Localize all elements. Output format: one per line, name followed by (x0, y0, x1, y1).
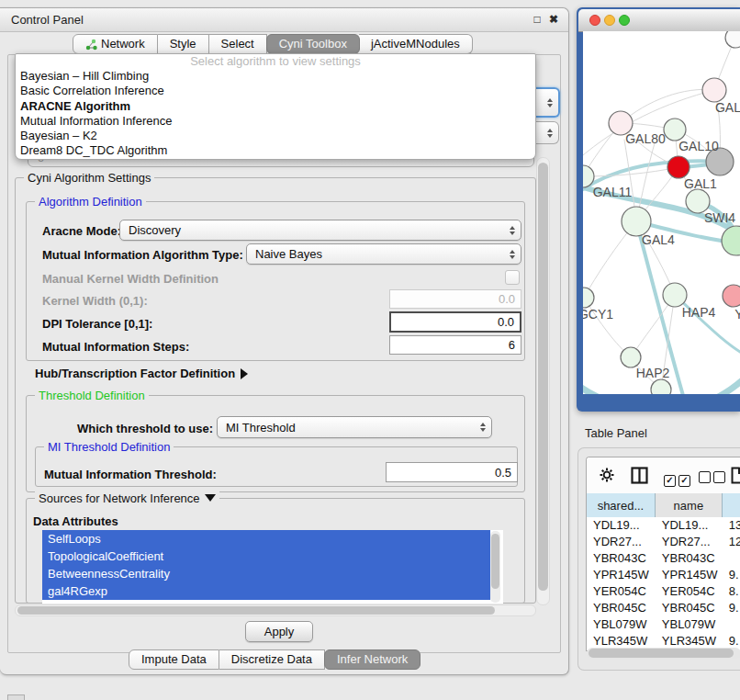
show-columns-icon[interactable]: ✓✓ (664, 470, 693, 487)
bottom-left-widget-stub[interactable] (7, 694, 25, 700)
collapse-down-icon[interactable] (205, 494, 216, 502)
node-label-gal80: GAL80 (625, 131, 666, 146)
table-cell: YBR045C (587, 600, 656, 616)
mi-threshold-label: Mutual Information Threshold: (44, 468, 217, 481)
table-panel-title: Table Panel (585, 426, 647, 440)
mac-minimize-icon[interactable] (604, 15, 615, 26)
table-header-row: shared...name (587, 493, 740, 518)
column-header-name[interactable]: name (656, 493, 723, 517)
node-label-swi4: SWI4 (704, 210, 735, 225)
network-node-gal[interactable] (702, 78, 726, 102)
network-node[interactable] (725, 31, 740, 48)
tab-jactivemnodules-label: jActiveMNodules (371, 34, 460, 54)
mi-steps-field[interactable]: 6 (389, 335, 521, 355)
algorithm-popup-item-aracne-algorithm[interactable]: ARACNE Algorithm (16, 99, 535, 114)
unchecked-box-icon (713, 471, 725, 483)
node-label-gal10: GAL10 (678, 139, 719, 153)
inference-algorithm-combo-fragment[interactable] (534, 87, 560, 118)
mac-close-icon[interactable] (589, 15, 600, 26)
attribute-item-gal4rgexp[interactable]: gal4RGexp (42, 582, 490, 600)
table-row[interactable]: YDR27...YDR27...12 (587, 534, 740, 550)
column-header-shared[interactable]: shared... (587, 493, 656, 517)
node-label-hap4: HAP4 (682, 305, 716, 320)
tab-select[interactable]: Select (209, 34, 267, 54)
node-label-gal: GAL (715, 100, 740, 115)
column-header-2[interactable] (723, 493, 740, 517)
dpi-tolerance-field[interactable]: 0.0 (389, 311, 521, 333)
table-row[interactable]: YBR043CYBR043C (587, 550, 740, 567)
table-row[interactable]: YPR145WYPR145W9. (587, 567, 740, 583)
table-row[interactable]: YER054CYER054C8. (587, 583, 740, 600)
float-window-icon[interactable]: □ (530, 12, 544, 27)
network-canvas[interactable]: GALGAL80GAL10GAL1GAL11SWI4GAL4GCY1HAP4YH… (583, 31, 740, 394)
network-view-window[interactable]: GALGAL80GAL10GAL1GAL11SWI4GAL4GCY1HAP4YH… (577, 7, 740, 412)
tab-network-label: Network (101, 34, 145, 54)
table-row[interactable]: YDL19...YDL19...13 (587, 517, 740, 534)
data-attributes-list[interactable]: SelfLoopsTopologicalCoefficientBetweenne… (42, 530, 503, 604)
attributes-list-scrollbar[interactable] (490, 531, 500, 603)
aracne-mode-label: Aracne Mode: (42, 224, 121, 238)
network-window-titlebar[interactable] (578, 9, 740, 32)
which-threshold-combo[interactable]: MI Threshold (217, 416, 492, 438)
gear-icon[interactable] (599, 467, 615, 483)
manual-kernel-width-checkbox[interactable] (505, 270, 520, 285)
apply-button[interactable]: Apply (245, 621, 313, 642)
algorithm-popup-item-mutual-information-inference[interactable]: Mutual Information Inference (16, 114, 535, 129)
network-node-hap2[interactable] (621, 347, 641, 367)
tab-select-label: Select (221, 34, 254, 54)
mi-threshold-field[interactable]: 0.5 (386, 462, 518, 482)
tab-style[interactable]: Style (158, 34, 209, 54)
algorithm-popup-item-basic-correlation-inference[interactable]: Basic Correlation Inference (16, 84, 535, 98)
tab-network[interactable]: Network (73, 34, 158, 54)
mi-algorithm-type-combo[interactable]: Naive Bayes (246, 243, 521, 265)
network-node[interactable] (722, 226, 740, 255)
attribute-item-topologicalcoefficient[interactable]: TopologicalCoefficient (42, 548, 490, 565)
bottom-tab-infer-network[interactable]: Infer Network (324, 649, 420, 670)
aracne-mode-combo[interactable]: Discovery (119, 220, 521, 241)
attribute-item-selfloops[interactable]: SelfLoops (42, 530, 490, 548)
network-node-gal1[interactable] (667, 156, 690, 178)
table-horizontal-scrollbar[interactable] (587, 648, 740, 659)
mi-algorithm-type-label: Mutual Information Algorithm Type: (42, 248, 243, 262)
table-cell: 9. (723, 567, 740, 583)
hide-columns-icon[interactable] (699, 470, 728, 487)
mac-zoom-icon[interactable] (619, 15, 630, 26)
split-columns-icon[interactable] (631, 467, 648, 484)
expand-right-icon[interactable] (241, 368, 248, 379)
settings-horizontal-scrollbar[interactable] (15, 604, 536, 616)
algorithm-popup-item-bayesian-hill-climbing[interactable]: Bayesian – Hill Climbing (16, 69, 535, 84)
sources-group-title[interactable]: Sources for Network Inference (35, 491, 219, 505)
network-node-hap4[interactable] (663, 283, 687, 307)
table-row[interactable]: YBR045CYBR045C9. (587, 600, 740, 616)
bottom-tab-impute-data[interactable]: Impute Data (129, 649, 219, 670)
table-row[interactable]: YBL079WYBL079W (587, 616, 740, 633)
table-cell: YDL19... (656, 517, 723, 534)
tab-jactivemnodules[interactable]: jActiveMNodules (359, 34, 473, 54)
table-cell (723, 616, 740, 633)
node-label-y: Y (734, 307, 740, 322)
network-graph: GALGAL80GAL10GAL1GAL11SWI4GAL4GCY1HAP4YH… (583, 31, 740, 394)
algorithm-popup-item-bayesian-k2[interactable]: Bayesian – K2 (16, 129, 535, 143)
network-node[interactable] (651, 379, 671, 394)
kernel-width-label: Kernel Width (0,1): (42, 294, 148, 308)
dpi-tolerance-label: DPI Tolerance [0,1]: (42, 317, 152, 331)
bottom-tab-discretize-data[interactable]: Discretize Data (219, 649, 325, 670)
network-edge[interactable] (621, 89, 714, 123)
network-node-y[interactable] (723, 285, 740, 307)
node-label-gcy1: GCY1 (583, 307, 613, 322)
hub-definition-toggle[interactable]: Hub/Transcription Factor Definition (35, 367, 248, 380)
close-window-icon[interactable]: ✖ (546, 12, 561, 27)
table-cell: YDR27... (587, 534, 656, 550)
tab-style-label: Style (170, 34, 196, 54)
hidden-combo-fragment[interactable] (534, 121, 559, 144)
node-label-gal4: GAL4 (642, 232, 675, 247)
algorithm-popup-item-dream8-dc-tdc-algorithm[interactable]: Dream8 DC_TDC Algorithm (16, 143, 535, 158)
network-node-gcy1[interactable] (583, 288, 594, 308)
attribute-item-betweennesscentrality[interactable]: BetweennessCentrality (42, 565, 490, 582)
document-icon[interactable] (731, 467, 740, 484)
control-panel-titlebar: Control Panel □ ✖ (0, 8, 568, 32)
tab-cyni-toolbox[interactable]: Cyni Toolbox (266, 34, 360, 54)
settings-vertical-scrollbar[interactable] (536, 157, 550, 605)
network-node-gal10[interactable] (664, 119, 686, 141)
kernel-width-field[interactable]: 0.0 (389, 289, 521, 309)
